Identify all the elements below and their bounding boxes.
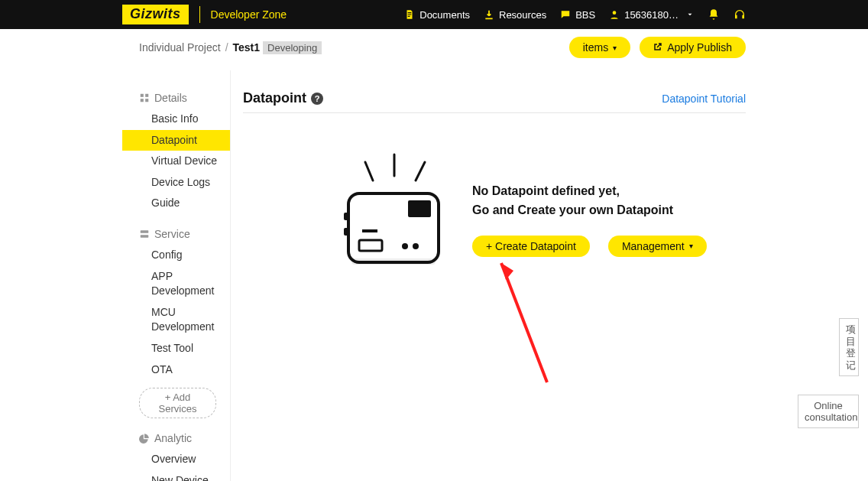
sidebar-item-basic-info[interactable]: Basic Info bbox=[122, 109, 230, 130]
svg-rect-14 bbox=[408, 200, 431, 217]
svg-point-18 bbox=[413, 243, 419, 249]
sidebar-item-mcu-development[interactable]: MCU Development bbox=[122, 302, 230, 338]
management-button-label: Management bbox=[622, 240, 685, 252]
logo-separator bbox=[199, 6, 200, 23]
sidebar-item-new-device[interactable]: New Device bbox=[122, 470, 230, 481]
server-icon bbox=[139, 229, 150, 239]
support-icon[interactable] bbox=[734, 8, 746, 21]
logo[interactable]: Gizwits bbox=[122, 5, 189, 24]
svg-rect-13 bbox=[344, 228, 350, 236]
svg-rect-12 bbox=[344, 213, 350, 220]
project-register-float[interactable]: 项目登记 bbox=[839, 318, 859, 376]
sidebar-section-details-label: Details bbox=[154, 92, 187, 104]
notifications-icon[interactable] bbox=[708, 8, 720, 21]
pie-chart-icon bbox=[139, 433, 150, 444]
project-register-label: 项目登记 bbox=[846, 323, 852, 371]
project-status-badge: Developing bbox=[263, 41, 322, 54]
sidebar-item-ota[interactable]: OTA bbox=[122, 359, 230, 381]
top-nav: Gizwits Developer Zone Documents Resourc… bbox=[0, 0, 868, 29]
nav-bbs-label: BBS bbox=[575, 9, 595, 21]
nav-resources[interactable]: Resources bbox=[484, 9, 546, 21]
apply-publish-label: Apply Publish bbox=[667, 41, 732, 54]
breadcrumb-separator: / bbox=[225, 41, 228, 54]
document-icon bbox=[404, 9, 415, 20]
main-content: Datapoint ? Datapoint Tutorial bbox=[243, 70, 746, 481]
empty-state-text: No Datapoint defined yet, Go and Create … bbox=[472, 182, 707, 220]
svg-point-0 bbox=[613, 11, 617, 15]
items-dropdown-button[interactable]: items ▾ bbox=[569, 37, 630, 58]
nav-documents[interactable]: Documents bbox=[404, 9, 470, 21]
nav-bbs[interactable]: BBS bbox=[560, 9, 595, 21]
sidebar-item-app-development[interactable]: APP Development bbox=[122, 266, 230, 302]
svg-line-9 bbox=[416, 162, 425, 180]
sidebar: Details Basic Info Datapoint Virtual Dev… bbox=[122, 70, 231, 481]
caret-down-icon: ▾ bbox=[689, 242, 693, 250]
create-datapoint-button[interactable]: + Create Datapoint bbox=[472, 236, 590, 257]
chat-icon bbox=[560, 9, 571, 20]
sub-header: Individual Project / Test1 Developing it… bbox=[0, 29, 868, 70]
svg-rect-11 bbox=[351, 258, 436, 265]
sidebar-item-guide[interactable]: Guide bbox=[122, 193, 230, 214]
svg-rect-5 bbox=[141, 230, 149, 233]
empty-state-line2: Go and Create your own Datapoint bbox=[472, 203, 673, 216]
nav-resources-label: Resources bbox=[499, 9, 546, 21]
svg-rect-3 bbox=[141, 99, 144, 102]
apply-publish-button[interactable]: Apply Publish bbox=[640, 37, 746, 58]
user-icon bbox=[609, 9, 620, 20]
sidebar-item-test-tool[interactable]: Test Tool bbox=[122, 338, 230, 359]
external-icon bbox=[653, 41, 662, 54]
breadcrumb-parent[interactable]: Individual Project bbox=[139, 41, 221, 54]
empty-state-line1: No Datapoint defined yet, bbox=[472, 184, 620, 197]
add-services-button[interactable]: + Add Services bbox=[139, 388, 216, 418]
sidebar-item-device-logs[interactable]: Device Logs bbox=[122, 172, 230, 193]
page-title-text: Datapoint bbox=[243, 90, 306, 106]
svg-rect-1 bbox=[141, 94, 144, 97]
sidebar-section-analytic: Analytic bbox=[122, 432, 230, 444]
sidebar-item-overview[interactable]: Overview bbox=[122, 449, 230, 470]
nav-documents-label: Documents bbox=[419, 9, 470, 21]
sidebar-item-virtual-device[interactable]: Virtual Device bbox=[122, 151, 230, 172]
breadcrumb-current: Test1 bbox=[233, 41, 261, 54]
nav-user-menu[interactable]: 15636180… bbox=[609, 9, 694, 21]
svg-rect-2 bbox=[145, 94, 148, 97]
online-consultation-float[interactable]: Online consultation bbox=[798, 395, 859, 428]
sidebar-section-analytic-label: Analytic bbox=[154, 432, 192, 444]
svg-rect-4 bbox=[145, 99, 148, 102]
datapoint-tutorial-link[interactable]: Datapoint Tutorial bbox=[662, 93, 746, 105]
svg-rect-6 bbox=[141, 235, 149, 238]
sidebar-section-service-label: Service bbox=[154, 228, 190, 240]
sidebar-item-config[interactable]: Config bbox=[122, 245, 230, 266]
developer-zone-link[interactable]: Developer Zone bbox=[211, 8, 287, 21]
help-icon[interactable]: ? bbox=[311, 93, 323, 105]
management-dropdown-button[interactable]: Management ▾ bbox=[608, 236, 707, 257]
sidebar-section-details: Details bbox=[122, 92, 230, 104]
sidebar-section-service: Service bbox=[122, 228, 230, 240]
device-illustration bbox=[335, 151, 449, 281]
items-button-label: items bbox=[583, 41, 608, 54]
caret-down-icon bbox=[686, 9, 694, 21]
caret-down-icon: ▾ bbox=[613, 44, 617, 52]
page-title: Datapoint ? bbox=[243, 90, 323, 106]
sidebar-item-datapoint[interactable]: Datapoint bbox=[122, 130, 230, 151]
nav-username: 15636180… bbox=[624, 9, 679, 21]
svg-point-17 bbox=[402, 243, 408, 249]
download-icon bbox=[484, 9, 494, 20]
svg-line-7 bbox=[365, 162, 373, 180]
grid-icon bbox=[139, 93, 150, 103]
